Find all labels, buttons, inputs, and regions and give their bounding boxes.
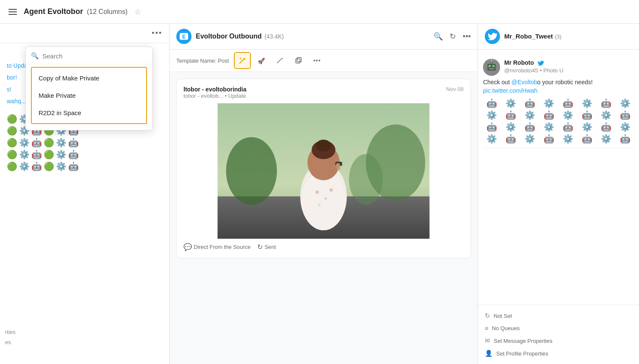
- no-queues-action[interactable]: ≡ No Queues: [485, 322, 632, 334]
- emoji-12: 🤖: [540, 110, 558, 120]
- es-label: es: [0, 337, 16, 347]
- tweet-user-info: Mr Roboto @mrroboto45 • Photo U: [504, 59, 563, 74]
- more-options-icon[interactable]: •••: [463, 32, 471, 41]
- columns-label: (12 Columns): [87, 8, 128, 15]
- set-profile-properties-label: Set Profile Properties: [496, 350, 548, 357]
- channel-name: Evoltobor Outbound: [196, 33, 262, 40]
- template-name-label: Template Name: Post: [176, 58, 229, 64]
- tweet-mention[interactable]: @Evoltob: [511, 79, 537, 85]
- svg-text:✦: ✦: [239, 57, 242, 61]
- not-set-label: Not Set: [494, 313, 512, 319]
- emoji-grid: 🤖 ⚙️ 🤖 ⚙️ 🤖 ⚙️ 🤖 ⚙️ ⚙️ 🤖 ⚙️ 🤖 ⚙️ 🤖 ⚙️: [483, 98, 634, 144]
- dropdown-item-copy-make-private[interactable]: Copy of Make Private: [32, 69, 146, 87]
- post-update-type: Update: [228, 93, 246, 99]
- more-tool-button[interactable]: •••: [308, 52, 325, 69]
- left-panel-more-icon[interactable]: •••: [152, 29, 162, 38]
- post-handle: tobor - evoltob... • Update: [183, 93, 247, 99]
- channel-count: (43.4K): [264, 33, 284, 40]
- svg-rect-8: [296, 59, 300, 63]
- emoji-20: ⚙️: [540, 122, 558, 132]
- svg-rect-29: [487, 64, 496, 71]
- svg-point-12: [226, 137, 277, 205]
- emoji-25: ⚙️: [483, 134, 500, 144]
- right-panel: Mr_Robo_Tweet (3): [478, 24, 639, 364]
- emoji-24: ⚙️: [617, 122, 634, 132]
- tweet-action: Photo U: [543, 67, 563, 74]
- set-message-properties-label: Set Message Properties: [494, 338, 553, 344]
- no-queues-icon: ≡: [485, 325, 489, 332]
- search-magnifier-icon: 🔍: [31, 52, 39, 60]
- rocket-tool-button[interactable]: 🚀: [253, 52, 269, 69]
- emoji-4: ⚙️: [540, 98, 558, 108]
- dropdown-search-row: 🔍: [26, 52, 152, 64]
- not-set-action[interactable]: ↻ Not Set: [485, 309, 632, 322]
- emoji-17: 🤖: [483, 122, 500, 132]
- dropdown-overlay: 🔍 Copy of Make Private Make Private R2D2…: [25, 47, 153, 130]
- emoji-30: 🤖: [578, 134, 596, 144]
- set-message-properties-action[interactable]: ✉ Set Message Properties: [485, 334, 632, 347]
- dropdown-items-box: Copy of Make Private Make Private R2D2 i…: [31, 67, 147, 124]
- post-card: ltobor - evoltoborindia tobor - evoltob.…: [176, 79, 471, 258]
- refresh-icon[interactable]: ↻: [450, 32, 456, 41]
- sent-label: Sent: [264, 244, 276, 250]
- no-queues-label: No Queues: [492, 325, 520, 331]
- svg-text:🚀: 🚀: [258, 58, 265, 65]
- right-channel-name: Mr_Robo_Tweet: [504, 33, 553, 40]
- emoji-19: 🤖: [521, 122, 539, 132]
- emoji-27: ⚙️: [521, 134, 539, 144]
- emoji-2: ⚙️: [502, 98, 520, 108]
- dropdown-item-make-private[interactable]: Make Private: [32, 87, 146, 104]
- direct-from-source: 💬 Direct From the Source: [183, 243, 250, 251]
- edit-tool-button[interactable]: [271, 52, 288, 69]
- svg-point-23: [338, 168, 340, 170]
- dropdown-search-input[interactable]: [42, 52, 147, 60]
- right-header: Mr_Robo_Tweet (3): [478, 24, 639, 50]
- svg-rect-9: [297, 58, 301, 62]
- properties-label: rties: [0, 325, 21, 339]
- emoji-15: ⚙️: [597, 110, 615, 120]
- search-icon[interactable]: 🔍: [433, 32, 443, 41]
- tweet-header: Mr Roboto @mrroboto45 • Photo U: [483, 59, 634, 76]
- message-icon: ✉: [485, 337, 490, 345]
- page-title: Agent Evoltobor (12 Columns): [24, 7, 128, 16]
- tweet-body: Check out @Evoltobo your robotic needs! …: [483, 78, 634, 95]
- right-channel-info: Mr_Robo_Tweet (3): [504, 33, 561, 40]
- tweet-user-name-row: Mr Roboto: [504, 59, 563, 66]
- middle-panel: E Evoltobor Outbound (43.4K) 🔍 ↻ ••• Tem…: [169, 24, 478, 364]
- dropdown-item-r2d2[interactable]: R2D2 in Space: [32, 104, 146, 121]
- svg-text:E: E: [182, 34, 186, 40]
- emoji-9: ⚙️: [483, 110, 500, 120]
- svg-rect-30: [489, 65, 491, 67]
- emoji-14: 🤖: [578, 110, 596, 120]
- tweet-body-start: Check out: [483, 79, 511, 85]
- top-header: Agent Evoltobor (12 Columns) ☆: [0, 0, 639, 24]
- post-meta: 💬 Direct From the Source ↻ Sent: [183, 243, 464, 251]
- emoji-29: ⚙️: [559, 134, 577, 144]
- emoji-16: 🤖: [617, 110, 634, 120]
- middle-header: E Evoltobor Outbound (43.4K) 🔍 ↻ •••: [169, 24, 478, 50]
- emoji-6: ⚙️: [578, 98, 596, 108]
- set-profile-properties-action[interactable]: 👤 Set Profile Properties: [485, 347, 632, 360]
- not-set-icon: ↻: [485, 312, 490, 320]
- channel-info: Evoltobor Outbound (43.4K): [196, 33, 284, 40]
- post-date: Nov 08: [446, 86, 464, 92]
- emoji-7: 🤖: [597, 98, 615, 108]
- wand-tool-button[interactable]: ✦: [234, 52, 251, 69]
- toolbar-area: Template Name: Post ✦ 🚀: [169, 50, 478, 72]
- svg-point-20: [316, 140, 331, 152]
- emoji-21: 🤖: [559, 122, 577, 132]
- emoji-23: 🤖: [597, 122, 615, 132]
- hamburger-menu-icon[interactable]: [7, 7, 19, 17]
- tweet-handle-row: @mrroboto45 • Photo U: [504, 66, 563, 74]
- emoji-3: 🤖: [521, 98, 539, 108]
- tweet-link-text[interactable]: pic.twitter.com/Hwah: [483, 87, 537, 94]
- favorite-icon[interactable]: ☆: [134, 7, 141, 17]
- svg-rect-33: [486, 66, 488, 68]
- svg-rect-34: [495, 66, 497, 68]
- emoji-28: 🤖: [540, 134, 558, 144]
- emoji-11: ⚙️: [521, 110, 539, 120]
- duplicate-tool-button[interactable]: [290, 52, 307, 69]
- svg-point-37: [491, 59, 492, 61]
- emoji-32: 🤖: [617, 134, 634, 144]
- tweet-card: Mr Roboto @mrroboto45 • Photo U: [483, 55, 634, 149]
